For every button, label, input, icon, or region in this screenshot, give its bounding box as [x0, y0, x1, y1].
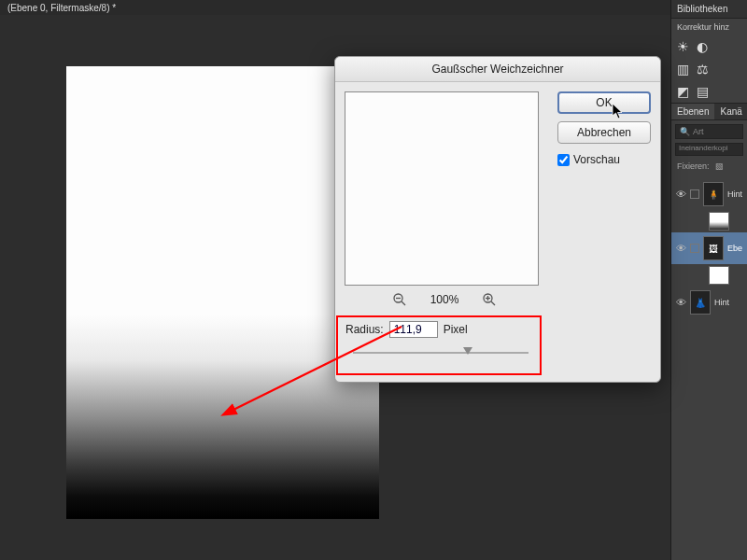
curves-icon[interactable]: ◩: [677, 84, 689, 99]
mask-thumb: [709, 266, 729, 285]
visibility-eye-icon[interactable]: 👁: [675, 243, 686, 254]
layer-row-1[interactable]: 👁 🖼 Ebe: [671, 232, 747, 264]
svg-line-1: [402, 301, 405, 305]
layer-name-1: Ebe: [727, 244, 742, 253]
svg-line-4: [491, 301, 495, 305]
layer-mask-sub-1[interactable]: [671, 264, 747, 287]
adjustment-icons-row-3: ◩ ▤: [671, 80, 747, 103]
radius-row: Radius: Pixel: [345, 321, 468, 338]
tab-kanaele[interactable]: Kanä: [714, 104, 747, 119]
cursor-icon: [612, 103, 625, 119]
bibliotheken-header[interactable]: Bibliotheken: [671, 0, 747, 19]
preview-checkbox-row[interactable]: Vorschau: [557, 153, 651, 166]
brightness-icon[interactable]: ☀: [677, 39, 689, 54]
visibility-eye-icon[interactable]: 👁: [675, 297, 686, 308]
search-icon: 🔍: [680, 127, 690, 136]
levels-icon[interactable]: ▥: [677, 62, 689, 77]
dialog-preview[interactable]: [345, 91, 539, 286]
layer-checkbox[interactable]: [690, 189, 699, 199]
lock-icon[interactable]: ▧: [715, 161, 724, 171]
layer-name-2: Hint: [714, 298, 729, 307]
blend-mode-dropdown[interactable]: Ineinanderkopi: [675, 143, 743, 156]
tab-ebenen[interactable]: Ebenen: [671, 104, 714, 119]
zoom-in-icon[interactable]: [481, 291, 498, 308]
layer-mask-sub-0[interactable]: [671, 210, 747, 232]
layer-thumb: 👗: [690, 290, 711, 315]
preview-label: Vorschau: [573, 153, 620, 166]
korrektur-label: Korrektur hinz: [671, 19, 747, 35]
ok-button-label: OK: [596, 96, 612, 109]
layer-name-0: Hint: [727, 189, 742, 199]
contrast-icon[interactable]: ◐: [697, 39, 708, 54]
layers-list: 👁 🧍 Hint 👁 🖼 Ebe 👁 👗 Hint: [671, 178, 747, 318]
layer-checkbox[interactable]: [690, 244, 699, 253]
layer-thumb: 🧍: [703, 182, 724, 206]
zoom-value: 100%: [430, 293, 459, 306]
slider-handle[interactable]: [463, 347, 472, 355]
layer-row-0[interactable]: 👁 🧍 Hint: [671, 178, 747, 210]
exposure-icon[interactable]: ▤: [697, 84, 709, 99]
slider-track-line: [353, 352, 529, 354]
balance-icon[interactable]: ⚖: [697, 62, 709, 77]
zoom-out-icon[interactable]: [391, 291, 408, 308]
layer-thumb: 🖼: [703, 236, 724, 260]
radius-label: Radius:: [345, 323, 384, 336]
radius-unit: Pixel: [444, 323, 468, 336]
radius-input[interactable]: [389, 321, 438, 338]
search-placeholder: Art: [693, 127, 704, 136]
visibility-eye-icon[interactable]: 👁: [675, 189, 686, 200]
panel-tabs: Ebenen Kanä: [671, 103, 747, 120]
adjustment-icons-row-1: ☀ ◐: [671, 35, 747, 58]
layer-search[interactable]: 🔍 Art: [675, 124, 743, 139]
mask-thumb: [709, 212, 729, 231]
lock-label: Fixieren:: [677, 161, 710, 171]
adjustment-icons-row-2: ▥ ⚖: [671, 58, 747, 80]
document-title-bar: (Ebene 0, Filtermaske/8) *: [0, 0, 747, 15]
dialog-title: Gaußscher Weichzeichner: [335, 57, 660, 82]
radius-slider[interactable]: [353, 349, 529, 357]
lock-row: Fixieren: ▧: [671, 158, 747, 175]
document-title: (Ebene 0, Filtermaske/8) *: [7, 3, 116, 13]
ok-button[interactable]: OK: [557, 91, 651, 114]
right-panel: Bibliotheken Korrektur hinz ☀ ◐ ▥ ⚖ ◩ ▤ …: [670, 0, 747, 560]
cancel-button[interactable]: Abbrechen: [557, 121, 651, 144]
document-preview[interactable]: [66, 66, 379, 519]
layer-row-2[interactable]: 👁 👗 Hint: [671, 287, 747, 318]
preview-checkbox[interactable]: [557, 154, 570, 166]
